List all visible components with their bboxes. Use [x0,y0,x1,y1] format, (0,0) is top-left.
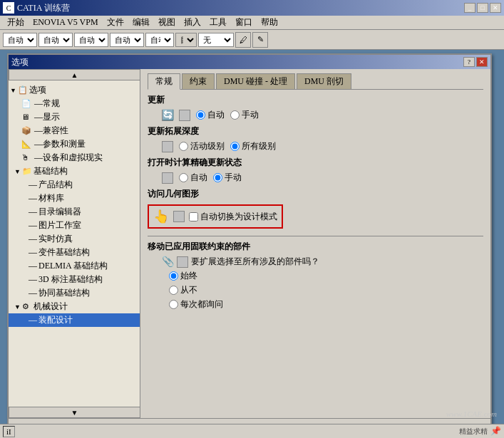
dialog-close-button[interactable]: ✕ [476,57,488,67]
tree-icon-mech: ⚙ [22,302,32,312]
dialog-title-bar: 选项 ? ✕ [9,55,490,69]
hand-pointer-icon: 👆 [153,209,169,224]
expand-active-radio[interactable] [179,142,188,151]
update-icon2 [179,110,190,121]
move-always-row[interactable]: 始终 [169,270,483,282]
tree-item-material[interactable]: — 材料库 [9,192,140,205]
move-icon2 [177,256,188,268]
geo-icon2 [173,211,185,222]
tab-strip: 常规 约束 DMU 碰撞 - 处理 DMU 剖切 [148,73,483,90]
move-never-label[interactable]: 从不 [169,284,197,296]
open-manual-radio[interactable] [213,173,222,182]
maximize-button[interactable]: □ [477,3,488,13]
tree-arrow-infra: ▼ [14,168,21,175]
tree-item-3d-annot[interactable]: — 3D 标注基础结构 [9,273,140,286]
expand-title: 更新拓展深度 [148,125,483,137]
update-auto-radio[interactable] [196,110,205,120]
tab-dmu-cut[interactable]: DMU 剖切 [297,73,351,89]
open-state-title: 打开时计算精确更新状态 [148,157,483,169]
tree-item-params[interactable]: 📐 — 参数和测量 [9,137,140,151]
tree-scroll-down[interactable]: ▼ [9,407,140,418]
move-always-label[interactable]: 始终 [169,270,197,282]
minimize-button[interactable]: _ [464,3,475,13]
menu-start[interactable]: 开始 [3,15,29,30]
open-state-radio-row: 自动 手动 [162,172,483,184]
dialog-help-button[interactable]: ? [463,57,475,67]
move-always-radio[interactable] [169,271,178,281]
tree-item-general[interactable]: 📄 — 常规 [9,97,140,110]
open-auto-label[interactable]: 自动 [179,172,207,184]
access-geo-row: 👆 自动切换为设计模式 [153,209,277,224]
expand-active-label[interactable]: 活动级别 [179,140,225,152]
move-title: 移动已应用固联约束的部件 [148,241,483,253]
tab-content: 更新 🔄 自动 手动 更新拓展深度 [148,94,483,311]
tree-item-infra[interactable]: ▼ 📁 基础结构 [9,165,140,178]
tree-item-catalog[interactable]: — 目录编辑器 [9,205,140,219]
update-manual-radio[interactable] [230,110,240,120]
toolbar-select-4[interactable]: 自动 [110,33,144,47]
tree-icon-infra: 📁 [22,167,32,177]
menu-edit[interactable]: 编辑 [128,15,154,30]
tab-dmu-collision[interactable]: DMU 碰撞 - 处理 [216,73,295,89]
tab-general[interactable]: 常规 [148,73,180,90]
auto-switch-label[interactable]: 自动切换为设计模式 [189,211,277,223]
tree-item-realtime[interactable]: — 实时仿真 [9,232,140,246]
expand-all-label[interactable]: 所有级别 [230,140,276,152]
toolbar-icon-btn-2[interactable]: ✎ [252,32,268,48]
tree-item-delmia[interactable]: — DELMIA 基础结构 [9,259,140,273]
app-icon: C [3,2,14,14]
tree-item-collab[interactable]: — 协同基础结构 [9,286,140,300]
open-auto-radio[interactable] [179,173,188,182]
expand-icon [162,141,173,152]
move-ask-row[interactable]: 每次都询问 [169,298,483,311]
update-auto-label[interactable]: 自动 [196,109,225,121]
toolbar-icon-btn-1[interactable]: 🖊 [235,32,251,48]
move-never-radio[interactable] [169,286,178,295]
menu-tools[interactable]: 工具 [205,15,231,30]
toolbar-select-7[interactable]: 无 [198,33,234,47]
menu-view[interactable]: 视图 [154,15,180,30]
menu-insert[interactable]: 插入 [180,15,205,30]
toolbar-select-6[interactable]: 目录 [175,33,197,47]
update-title: 更新 [148,94,483,106]
tree-item-display[interactable]: 🖥 — 显示 [9,110,140,124]
close-app-button[interactable]: ✕ [490,3,501,13]
dialog-title: 选项 [11,56,463,68]
move-ask-label[interactable]: 每次都询问 [169,298,223,311]
toolbar-select-2[interactable]: 自动 [38,33,73,47]
tree-arrow-mech: ▼ [14,303,21,311]
tree-item-assembly[interactable]: — 装配设计 [9,313,140,327]
toolbar-select-3[interactable]: 自动 [74,33,108,47]
ok-button[interactable]: 确定 [395,424,438,424]
expand-radio-row: 活动级别 所有级别 [162,140,483,152]
move-never-row[interactable]: 从不 [169,284,483,296]
tree-arrow-options: ▼ [10,87,16,94]
cancel-button[interactable]: 取消 [442,424,485,424]
tree-item-product-struct[interactable]: — 产品结构 [9,178,140,192]
tree-scroll-up[interactable]: ▲ [9,69,140,80]
tree-item-compat[interactable]: 📦 — 兼容性 [9,124,140,137]
tree-icon-device: 🖱 [21,153,31,163]
menu-enovia[interactable]: ENOVIA V5 VPM [29,16,103,29]
tree-item-studio[interactable]: — 图片工作室 [9,219,140,232]
open-manual-label[interactable]: 手动 [213,172,242,184]
menu-window[interactable]: 窗口 [231,15,257,30]
toolbar-select-1[interactable]: 自动 [3,33,37,47]
auto-switch-checkbox[interactable] [189,212,198,221]
tree-item-options[interactable]: ▼ 📋 选项 [9,83,140,97]
tree-item-mech-design[interactable]: ▼ ⚙ 机械设计 [9,300,140,313]
divider [148,236,483,236]
toolbar-select-5[interactable]: 自动 [145,33,174,47]
move-ask-radio[interactable] [169,300,178,309]
menu-file[interactable]: 文件 [103,15,128,30]
update-manual-label[interactable]: 手动 [230,109,259,121]
tree-item-variant[interactable]: — 变件基础结构 [9,246,140,259]
expand-all-radio[interactable] [230,142,240,151]
tab-constraint[interactable]: 约束 [182,73,215,89]
tree-item-device[interactable]: 🖱 — 设备和虚拟现实 [9,151,140,165]
open-icon [162,172,173,184]
status-watermark: 精益求精 [459,427,488,437]
window-controls: _ □ ✕ [464,3,501,13]
menu-help[interactable]: 帮助 [257,15,282,30]
options-dialog: 选项 ? ✕ ▲ ▼ 📋 选项 📄 [7,53,492,424]
